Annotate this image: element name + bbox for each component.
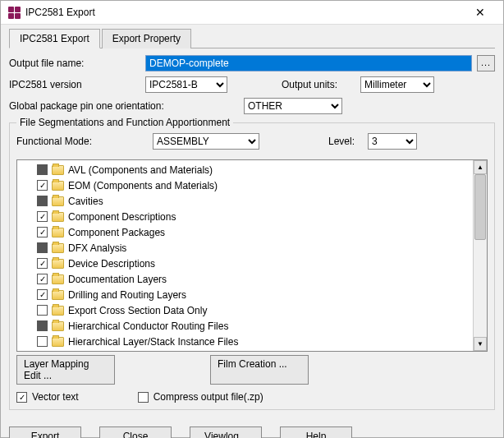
- tree-checkbox[interactable]: [37, 258, 48, 269]
- output-file-label: Output file name:: [9, 58, 140, 69]
- tree-checkbox[interactable]: [37, 289, 48, 300]
- version-select[interactable]: IPC2581-B: [145, 76, 227, 93]
- scroll-up-icon[interactable]: ▲: [474, 160, 487, 174]
- scroll-thumb[interactable]: [474, 174, 486, 240]
- tree-item[interactable]: Component Descriptions: [17, 209, 473, 224]
- folder-icon: [52, 196, 64, 206]
- tree-item-label: Export Cross Section Data Only: [68, 305, 207, 316]
- tree-item[interactable]: EOM (Components and Materials): [17, 178, 473, 193]
- scroll-track[interactable]: [474, 174, 487, 337]
- close-icon[interactable]: ✕: [464, 1, 497, 24]
- tree-checkbox[interactable]: [37, 305, 48, 316]
- footer: Export Close Viewlog... Help: [1, 418, 503, 438]
- tree-checkbox[interactable]: [37, 274, 48, 284]
- tab-export-property[interactable]: Export Property: [102, 29, 191, 48]
- tree-checkbox[interactable]: [37, 320, 48, 331]
- compress-checkbox[interactable]: [138, 392, 149, 403]
- folder-icon: [52, 228, 64, 237]
- tree-item-label: Device Descriptions: [68, 258, 155, 270]
- tab-bar: IPC2581 Export Export Property: [9, 28, 495, 48]
- tree-item-label: Cavities: [68, 196, 103, 207]
- tree-item-label: Component Packages: [68, 227, 165, 238]
- output-units-label: Output units:: [282, 79, 355, 90]
- tree-item-label: AVL (Components and Materials): [68, 164, 213, 176]
- tree-item-label: EOM (Components and Materials): [68, 180, 218, 191]
- content: IPC2581 Export Export Property Output fi…: [1, 25, 503, 418]
- browse-button[interactable]: ...: [477, 55, 495, 71]
- tree-list[interactable]: AVL (Components and Materials)EOM (Compo…: [17, 160, 473, 351]
- tree-item[interactable]: Cavities: [17, 193, 473, 209]
- level-select[interactable]: 3: [368, 133, 417, 150]
- tree-checkbox[interactable]: [37, 242, 48, 253]
- scrollbar[interactable]: ▲ ▼: [473, 160, 487, 351]
- tree-checkbox[interactable]: [37, 227, 48, 237]
- folder-icon: [52, 259, 64, 269]
- film-creation-button[interactable]: Film Creation ...: [210, 355, 309, 385]
- export-button[interactable]: Export: [9, 426, 81, 438]
- tree-item-label: Drilling and Routing Layers: [68, 289, 186, 301]
- titlebar: IPC2581 Export ✕: [1, 1, 503, 25]
- tree-checkbox[interactable]: [37, 336, 48, 347]
- mode-label: Functional Mode:: [16, 136, 148, 147]
- tree-checkbox[interactable]: [37, 180, 48, 191]
- group-title: File Segmentations and Function Apportio…: [16, 117, 233, 128]
- tree-item[interactable]: Hierarchical Layer/Stack Instance Files: [17, 334, 473, 349]
- global-pin-label: Global package pin one orientation:: [9, 100, 239, 112]
- folder-icon: [52, 306, 64, 316]
- tree-item-label: Hierarchical Layer/Stack Instance Files: [68, 336, 238, 348]
- export-dialog: IPC2581 Export ✕ IPC2581 Export Export P…: [0, 0, 504, 438]
- tree-item-label: DFX Analysis: [68, 242, 126, 254]
- tree-checkbox[interactable]: [37, 164, 48, 175]
- help-button[interactable]: Help: [280, 426, 352, 438]
- output-units-select[interactable]: Millimeter: [360, 76, 434, 93]
- tree-item[interactable]: Component Packages: [17, 224, 473, 240]
- folder-icon: [52, 243, 64, 253]
- tree-item[interactable]: Documentation Layers: [17, 271, 473, 287]
- tab-ipc-export[interactable]: IPC2581 Export: [9, 29, 100, 48]
- close-button[interactable]: Close: [99, 426, 172, 438]
- tree-item[interactable]: AVL (Components and Materials): [17, 162, 473, 178]
- segmentation-group: File Segmentations and Function Apportio…: [9, 122, 495, 410]
- folder-icon: [52, 181, 64, 191]
- viewlog-button[interactable]: Viewlog...: [190, 426, 262, 438]
- tree-checkbox[interactable]: [37, 196, 48, 206]
- tree-item[interactable]: Drilling and Routing Layers: [17, 287, 473, 302]
- tree-item[interactable]: DFX Analysis: [17, 240, 473, 256]
- folder-icon: [52, 165, 64, 175]
- folder-icon: [52, 337, 64, 347]
- vector-text-label: Vector text: [32, 391, 79, 403]
- compress-label: Compress output file(.zp): [153, 391, 263, 403]
- tree-item[interactable]: Device Descriptions: [17, 256, 473, 271]
- tree-item-label: Component Descriptions: [68, 211, 176, 223]
- tree-view: AVL (Components and Materials)EOM (Compo…: [16, 159, 488, 352]
- tree-item[interactable]: Export Cross Section Data Only: [17, 302, 473, 318]
- folder-icon: [52, 212, 64, 222]
- mode-select[interactable]: ASSEMBLY: [153, 133, 259, 150]
- tree-item-label: Hierarchical Conductor Routing Files: [68, 320, 228, 332]
- version-label: IPC2581 version: [9, 79, 140, 90]
- layer-mapping-button[interactable]: Layer Mapping Edit ...: [16, 355, 115, 385]
- tree-checkbox[interactable]: [37, 211, 48, 222]
- global-pin-select[interactable]: OTHER: [244, 98, 342, 114]
- window-title: IPC2581 Export: [25, 7, 464, 18]
- scroll-down-icon[interactable]: ▼: [474, 337, 487, 351]
- vector-text-checkbox[interactable]: [16, 392, 27, 403]
- folder-icon: [52, 274, 64, 284]
- output-file-input[interactable]: [145, 55, 472, 71]
- tree-item-label: Documentation Layers: [68, 274, 167, 285]
- level-label: Level:: [305, 136, 355, 147]
- folder-icon: [52, 290, 64, 300]
- app-icon: [7, 6, 21, 19]
- tree-item[interactable]: Hierarchical Conductor Routing Files: [17, 318, 473, 334]
- folder-icon: [52, 321, 64, 331]
